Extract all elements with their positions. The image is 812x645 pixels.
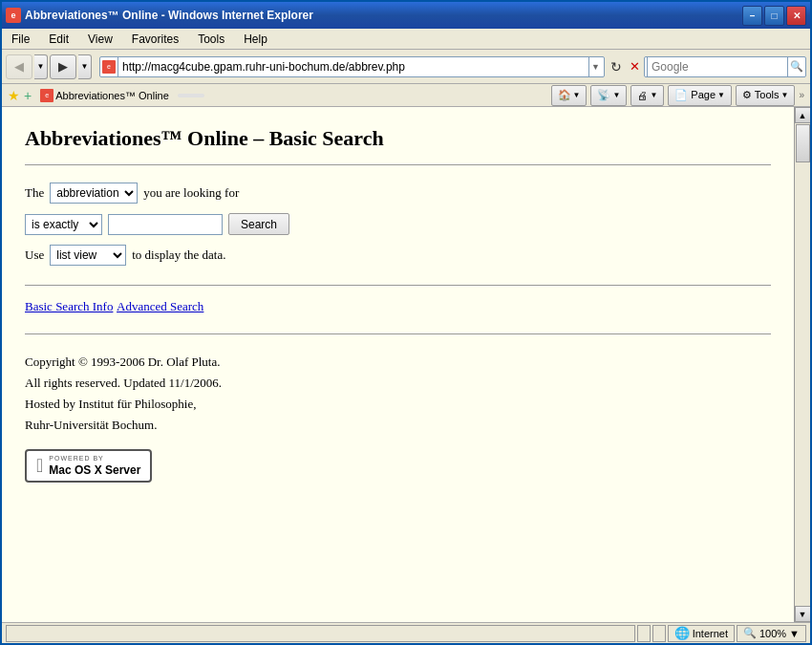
status-panel-3 <box>652 625 666 642</box>
address-input[interactable] <box>118 56 589 77</box>
menu-bar: File Edit View Favorites Tools Help <box>2 29 810 50</box>
footer-line3: Hosted by Institut für Philosophie, <box>25 394 771 415</box>
browser-window: e Abbreviationes™ Online - Windows Inter… <box>0 0 812 645</box>
browser-body: Abbreviationes™ Online – Basic Search Th… <box>2 107 810 622</box>
menu-edit[interactable]: Edit <box>43 31 75 48</box>
toolbar: ◀ ▼ ▶ ▼ e ▼ ↻ ✕ 🔍 <box>2 50 810 84</box>
favorites-star-icon[interactable]: ★ <box>8 88 20 103</box>
forward-dropdown[interactable]: ▼ <box>78 54 92 79</box>
address-input-wrapper[interactable]: e ▼ <box>99 56 605 77</box>
search-text-input[interactable] <box>108 214 223 235</box>
intro-you: you are looking for <box>143 185 239 201</box>
address-favicon: e <box>102 60 116 74</box>
scroll-up-button[interactable]: ▲ <box>795 107 811 123</box>
window-controls: – □ ✕ <box>742 6 806 26</box>
menu-view[interactable]: View <box>82 31 118 48</box>
search-input[interactable] <box>647 56 788 77</box>
status-zoom: 🔍 100% ▼ <box>737 625 806 642</box>
browser-icon: e <box>6 8 21 23</box>
tools-button[interactable]: ⚙ Tools ▼ <box>736 85 795 106</box>
tab-favicon: e <box>40 89 53 102</box>
zoom-label: 100% <box>759 628 786 639</box>
internet-label: Internet <box>693 628 728 639</box>
apple-icon:  <box>36 455 43 477</box>
print-button[interactable]: 🖨 ▼ <box>630 85 664 106</box>
back-dropdown[interactable]: ▼ <box>34 54 48 79</box>
status-internet: 🌐 Internet <box>668 625 735 642</box>
search-button[interactable]: Search <box>228 213 289 235</box>
product-name: Mac OS X Server <box>49 463 140 477</box>
divider-top <box>25 164 771 165</box>
address-bar: e ▼ ↻ ✕ <box>99 56 642 77</box>
search-go-button[interactable]: 🔍 <box>790 60 803 73</box>
status-main <box>6 625 635 642</box>
form-section: The abbreviation expansion you are looki… <box>25 183 771 266</box>
basic-search-info-link[interactable]: Basic Search Info <box>25 299 113 313</box>
display-select[interactable]: list view table view <box>50 245 126 266</box>
form-row-3: Use list view table view to display the … <box>25 245 771 266</box>
form-row-1: The abbreviation expansion you are looki… <box>25 183 771 204</box>
search-box: 🔍 <box>644 56 806 77</box>
form-row-2: is exactly starts with contains Search <box>25 213 771 235</box>
page-button[interactable]: 📄 Page ▼ <box>668 85 732 106</box>
add-favorites-icon[interactable]: + <box>24 88 32 103</box>
favorites-tab[interactable]: e Abbreviationes™ Online <box>35 87 174 104</box>
divider-mid <box>25 285 771 286</box>
globe-icon: 🌐 <box>674 626 690 640</box>
menu-help[interactable]: Help <box>238 31 273 48</box>
match-select[interactable]: is exactly starts with contains <box>25 214 102 235</box>
stop-button[interactable]: ✕ <box>628 57 642 75</box>
display-intro: Use <box>25 247 44 263</box>
menu-file[interactable]: File <box>6 31 35 48</box>
favorites-bar: ★ + e Abbreviationes™ Online 🏠 ▼ 📡 ▼ 🖨 ▼… <box>2 84 810 107</box>
title-bar: e Abbreviationes™ Online - Windows Inter… <box>2 2 810 29</box>
feeds-button[interactable]: 📡 ▼ <box>590 85 627 106</box>
scroll-track[interactable] <box>795 123 810 606</box>
footer-line1: Copyright © 1993-2006 Dr. Olaf Pluta. <box>25 352 771 373</box>
scroll-down-button[interactable]: ▼ <box>795 606 811 622</box>
page-content: Abbreviationes™ Online – Basic Search Th… <box>2 107 794 622</box>
tab-label: Abbreviationes™ Online <box>55 90 169 101</box>
refresh-button[interactable]: ↻ <box>609 57 624 76</box>
window-title: Abbreviationes™ Online - Windows Interne… <box>25 9 313 22</box>
osx-badge-text: POWERED BY Mac OS X Server <box>49 455 140 477</box>
status-panels: 🌐 Internet 🔍 100% ▼ <box>6 625 806 642</box>
advanced-search-link[interactable]: Advanced Search <box>117 299 203 313</box>
scroll-thumb[interactable] <box>796 124 810 162</box>
title-bar-left: e Abbreviationes™ Online - Windows Inter… <box>6 8 313 23</box>
back-button[interactable]: ◀ <box>6 54 32 79</box>
maximize-button[interactable]: □ <box>764 6 784 26</box>
favorites-bar-right: 🏠 ▼ 📡 ▼ 🖨 ▼ 📄 Page ▼ ⚙ Tools ▼ » <box>551 85 804 106</box>
menu-tools[interactable]: Tools <box>192 31 230 48</box>
type-select[interactable]: abbreviation expansion <box>50 183 138 204</box>
osx-server-badge[interactable]:  POWERED BY Mac OS X Server <box>25 449 152 483</box>
page-title: Abbreviationes™ Online – Basic Search <box>25 126 771 151</box>
tab-extra[interactable] <box>178 94 204 97</box>
forward-button[interactable]: ▶ <box>50 54 76 79</box>
menu-favorites[interactable]: Favorites <box>126 31 184 48</box>
links-section: Basic Search Info Advanced Search <box>25 299 771 314</box>
footer-line2: All rights reserved. Updated 11/1/2006. <box>25 373 771 394</box>
expand-button[interactable]: » <box>799 90 804 100</box>
minimize-button[interactable]: – <box>742 6 762 26</box>
display-suffix: to display the data. <box>132 247 225 263</box>
divider-bottom <box>25 333 771 334</box>
scrollbar-right: ▲ ▼ <box>794 107 810 622</box>
home-button[interactable]: 🏠 ▼ <box>551 85 588 106</box>
zoom-icon: 🔍 <box>743 627 757 639</box>
zoom-dropdown[interactable]: ▼ <box>789 628 800 639</box>
intro-the: The <box>25 185 44 201</box>
status-panel-2 <box>637 625 651 642</box>
footer: Copyright © 1993-2006 Dr. Olaf Pluta. Al… <box>25 352 771 436</box>
powered-by-label: POWERED BY <box>49 455 140 462</box>
close-button[interactable]: ✕ <box>786 6 806 26</box>
address-dropdown-arrow[interactable]: ▼ <box>589 62 602 72</box>
footer-line4: Ruhr-Universität Bochum. <box>25 415 771 436</box>
status-bar: 🌐 Internet 🔍 100% ▼ <box>2 622 810 643</box>
